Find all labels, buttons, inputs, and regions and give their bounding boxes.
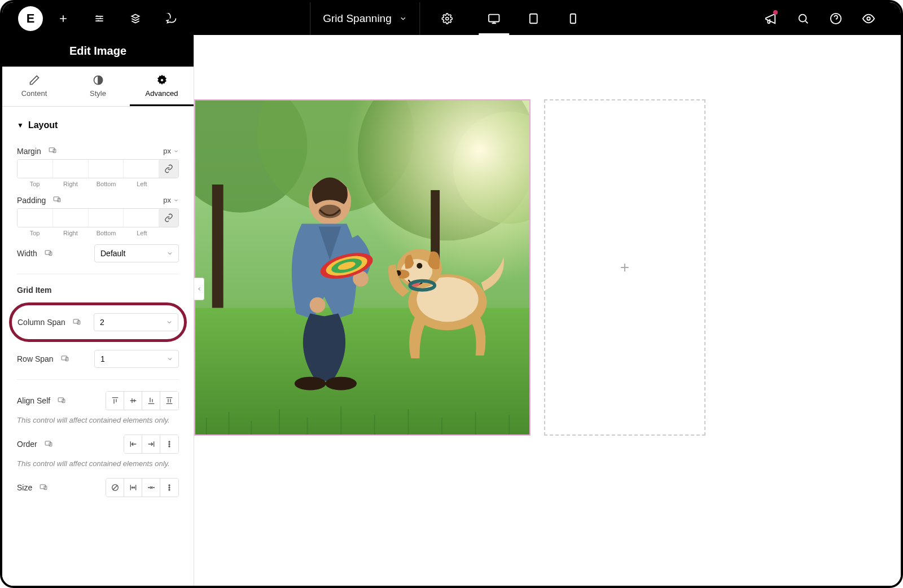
align-center-button[interactable]	[124, 392, 142, 410]
svg-point-32	[169, 489, 170, 490]
padding-unit-selector[interactable]: px	[163, 196, 179, 204]
divider	[17, 274, 179, 274]
layout-section-toggle[interactable]: ▼ Layout	[17, 107, 179, 139]
dim-label-left: Left	[124, 230, 160, 236]
column-span-select[interactable]: 2	[94, 313, 178, 331]
responsive-icon[interactable]	[72, 318, 81, 327]
padding-link-toggle[interactable]	[159, 209, 178, 227]
site-settings-button[interactable]	[84, 2, 115, 35]
margin-top-input[interactable]	[17, 160, 53, 178]
responsive-icon[interactable]	[44, 440, 53, 449]
column-span-control: Column Span 2	[17, 313, 178, 331]
panel-collapse-handle[interactable]	[194, 278, 204, 300]
width-select[interactable]: Default	[94, 244, 179, 262]
align-self-control: Align Self	[17, 391, 179, 410]
padding-control-header: Padding px	[17, 195, 179, 205]
svg-point-31	[169, 487, 170, 488]
order-start-button[interactable]	[124, 435, 142, 453]
chevron-down-icon	[173, 148, 179, 154]
margin-bottom-input[interactable]	[89, 160, 124, 178]
order-end-button[interactable]	[142, 435, 160, 453]
responsive-icon[interactable]	[60, 354, 69, 364]
size-shrink-button[interactable]	[142, 479, 160, 497]
whats-new-button[interactable]	[754, 2, 787, 35]
align-stretch-button[interactable]	[160, 392, 178, 410]
elementor-logo[interactable]: E	[18, 6, 43, 31]
margin-left-input[interactable]	[124, 160, 159, 178]
empty-grid-cell[interactable]: +	[544, 99, 705, 436]
row-span-select[interactable]: 1	[94, 350, 179, 368]
page-settings-button[interactable]	[432, 2, 463, 35]
order-label: Order	[17, 440, 37, 449]
size-grow-button[interactable]	[124, 479, 142, 497]
svg-point-24	[169, 441, 170, 442]
align-self-help: This control will affect contained eleme…	[17, 416, 179, 424]
row-span-label: Row Span	[17, 354, 54, 363]
toolbar-left: E	[2, 2, 187, 35]
notes-button[interactable]	[156, 2, 187, 35]
padding-left-input[interactable]	[124, 209, 159, 227]
responsive-icon[interactable]	[57, 396, 66, 406]
tab-style[interactable]: Style	[66, 67, 130, 106]
tab-style-label: Style	[90, 89, 106, 98]
svg-rect-10	[49, 148, 54, 152]
padding-right-input[interactable]	[53, 209, 89, 227]
responsive-icon[interactable]	[48, 146, 57, 156]
size-none-button[interactable]	[106, 479, 124, 497]
dim-label-left: Left	[124, 181, 160, 187]
margin-right-input[interactable]	[53, 160, 89, 178]
chevron-down-icon	[173, 198, 179, 203]
image-widget-selected[interactable]	[194, 99, 531, 436]
svg-rect-39	[212, 185, 223, 313]
margin-link-toggle[interactable]	[159, 160, 178, 178]
padding-bottom-input[interactable]	[89, 209, 124, 227]
svg-rect-20	[58, 397, 63, 401]
preview-canvas: +	[194, 35, 901, 586]
svg-point-47	[325, 377, 357, 390]
align-self-label: Align Self	[17, 396, 50, 405]
panel-body: ▼ Layout Margin px Top Right Bottom L	[2, 107, 194, 586]
order-control: Order	[17, 435, 179, 454]
order-more-button[interactable]	[160, 435, 178, 453]
preview-button[interactable]	[852, 2, 885, 35]
width-control: Width Default	[17, 244, 179, 262]
help-button[interactable]	[819, 2, 852, 35]
order-buttons	[124, 435, 179, 454]
structure-button[interactable]	[120, 2, 151, 35]
svg-rect-1	[489, 15, 499, 22]
document-title-dropdown[interactable]: Grid Spanning	[310, 2, 420, 35]
tab-advanced-label: Advanced	[146, 89, 178, 98]
responsive-icon[interactable]	[52, 195, 62, 205]
padding-dim-labels: Top Right Bottom Left	[17, 230, 179, 236]
finder-search-button[interactable]	[787, 2, 819, 35]
align-start-button[interactable]	[106, 392, 124, 410]
svg-point-4	[799, 15, 806, 22]
tablet-device-button[interactable]	[514, 2, 554, 35]
add-element-button[interactable]	[47, 2, 79, 35]
svg-point-43	[319, 205, 341, 218]
svg-point-30	[169, 485, 170, 486]
padding-top-input[interactable]	[17, 209, 53, 227]
svg-rect-22	[45, 441, 50, 445]
desktop-device-button[interactable]	[475, 2, 514, 35]
tab-content[interactable]: Content	[2, 67, 66, 106]
padding-inputs	[17, 208, 179, 227]
dim-label-top: Top	[17, 230, 52, 236]
mobile-device-button[interactable]	[554, 2, 593, 35]
svg-point-6	[867, 17, 870, 20]
align-end-button[interactable]	[142, 392, 160, 410]
svg-rect-18	[62, 356, 67, 359]
svg-point-26	[169, 446, 170, 447]
size-more-button[interactable]	[160, 479, 178, 497]
margin-unit-selector[interactable]: px	[163, 147, 179, 155]
notification-dot	[773, 10, 778, 15]
svg-point-44	[310, 297, 326, 313]
responsive-icon[interactable]	[39, 483, 48, 493]
svg-rect-27	[40, 484, 45, 488]
contrast-icon	[93, 74, 104, 86]
dim-label-top: Top	[17, 181, 52, 187]
size-label: Size	[17, 483, 32, 492]
svg-rect-2	[530, 14, 537, 24]
responsive-icon[interactable]	[44, 249, 53, 258]
tab-advanced[interactable]: Advanced	[130, 67, 194, 106]
